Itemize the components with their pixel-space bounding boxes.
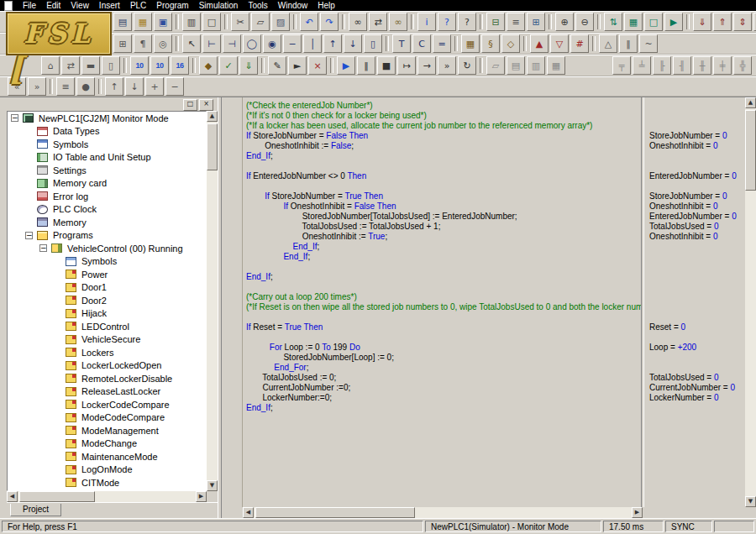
- scroll-right-icon[interactable]: ▶: [196, 491, 207, 502]
- run-mode-icon[interactable]: ▶: [664, 13, 683, 31]
- editor-horizontal-scrollbar[interactable]: ◀ ▶: [243, 507, 643, 518]
- partial-transfer-icon[interactable]: ⇓: [239, 56, 258, 75]
- workspace-dock-button[interactable]: □: [183, 99, 197, 111]
- tree-item-door1[interactable]: Door1: [8, 281, 206, 295]
- step-into-icon[interactable]: →: [417, 56, 436, 75]
- tree-item-vehiclesecure[interactable]: VehicleSecure: [8, 333, 206, 347]
- stop-simulation-icon[interactable]: ■: [377, 56, 396, 75]
- window-cascade-icon[interactable]: ▱: [486, 56, 505, 75]
- counter-icon[interactable]: C: [412, 34, 431, 53]
- data-trace-icon[interactable]: ~: [639, 34, 658, 53]
- scroll-track[interactable]: [207, 122, 218, 480]
- code-line-13[interactable]: TotalJobsUsed := TotalJobsUsed + 1;: [246, 222, 641, 232]
- rung-comment-icon[interactable]: ¶: [134, 34, 152, 53]
- code-line-22[interactable]: [246, 312, 641, 322]
- ladder-view-icon[interactable]: ⊟: [486, 13, 505, 31]
- code-line-8[interactable]: If EnteredJobNumber <> 0 Then: [246, 171, 641, 181]
- print-icon[interactable]: ▥: [182, 13, 201, 31]
- refresh-monitor-icon[interactable]: ◎: [154, 34, 172, 53]
- work-online-icon[interactable]: ⇅: [604, 13, 622, 31]
- code-line-30[interactable]: LockerNumber:=0;: [246, 393, 641, 403]
- menu-item-edit[interactable]: Edit: [41, 0, 66, 11]
- window-arrange-icon[interactable]: ▦: [547, 56, 565, 75]
- code-line-7[interactable]: [246, 161, 641, 171]
- transfer-to-plc-icon[interactable]: ⇓: [693, 13, 711, 31]
- scan-run-icon[interactable]: ↻: [458, 56, 476, 75]
- menu-item-view[interactable]: View: [66, 0, 94, 11]
- tree-item-vehiclecontrol-00-running[interactable]: −VehicleControl (00) Running: [8, 242, 206, 255]
- falling-pulse-icon[interactable]: ↓: [344, 34, 362, 53]
- scroll-thumb[interactable]: [745, 110, 756, 191]
- tree-item-memory-card[interactable]: Memory card: [8, 177, 206, 191]
- menu-item-plc[interactable]: PLC: [125, 0, 151, 11]
- delete-row-icon[interactable]: −: [165, 77, 184, 96]
- code-line-16[interactable]: End_If;: [246, 252, 641, 262]
- editor-vertical-scrollbar[interactable]: ▲ ▼: [745, 97, 756, 507]
- set-value-icon[interactable]: #: [570, 34, 589, 53]
- code-line-12[interactable]: StoredJobNumber[TotalJobsUsed] := Entere…: [246, 212, 641, 222]
- tree-item-maintenancemode[interactable]: MaintenanceMode: [8, 450, 206, 463]
- scroll-track[interactable]: [254, 507, 632, 518]
- compare-with-plc-icon[interactable]: ⇕: [733, 13, 752, 31]
- vertical-link-icon[interactable]: │: [303, 34, 322, 53]
- open-file-icon[interactable]: ▦: [134, 13, 152, 31]
- insert-row-icon[interactable]: +: [145, 77, 164, 96]
- split-vertical-icon[interactable]: ╪: [713, 56, 732, 75]
- st-block-icon[interactable]: §: [481, 34, 500, 53]
- tree-item-modecodecompare[interactable]: ModeCodeCompare: [8, 411, 206, 425]
- rising-pulse-icon[interactable]: ↑: [323, 34, 342, 53]
- program-check-icon[interactable]: ✓: [219, 56, 238, 75]
- code-line-26[interactable]: StoredJobNumber[Loop] := 0;: [246, 353, 641, 363]
- send-changes-icon[interactable]: ►: [288, 56, 307, 75]
- context-help-icon[interactable]: ?: [458, 13, 476, 31]
- tree-item-symbols[interactable]: Symbols: [8, 255, 206, 269]
- print-preview-icon[interactable]: □: [202, 13, 221, 31]
- go-down-icon[interactable]: ↓: [125, 77, 144, 96]
- split-top-icon[interactable]: ╤: [612, 56, 631, 75]
- display-decimal-button[interactable]: 10: [150, 56, 169, 75]
- window-tile-horizontal-icon[interactable]: ▤: [507, 56, 525, 75]
- save-icon[interactable]: ▣: [154, 13, 172, 31]
- function-block-icon[interactable]: ▦: [461, 34, 480, 53]
- scroll-track[interactable]: [745, 108, 756, 496]
- monitor-mode-icon[interactable]: ▦: [624, 13, 643, 31]
- sfc-icon[interactable]: ◇: [501, 34, 520, 53]
- tree-item-door2[interactable]: Door2: [8, 294, 206, 307]
- code-line-20[interactable]: (*Carry out a loop 200 times*): [246, 292, 641, 302]
- coil-icon[interactable]: ◯: [243, 34, 261, 53]
- code-line-10[interactable]: If StoreJobNumber = True Then: [246, 191, 641, 202]
- menu-item-help[interactable]: Help: [312, 0, 340, 11]
- search-project-icon[interactable]: ∞: [389, 13, 407, 31]
- code-line-6[interactable]: End_If;: [246, 151, 641, 161]
- scroll-down-icon[interactable]: ▼: [207, 480, 218, 491]
- continuous-step-icon[interactable]: »: [438, 56, 456, 75]
- tree-item-lockercodecompare[interactable]: LockerCodeCompare: [8, 398, 206, 411]
- split-grid-icon[interactable]: ╬: [733, 56, 752, 75]
- tree-item-lockerlockedopen[interactable]: LockerLockedOpen: [8, 359, 206, 373]
- online-edit-icon[interactable]: ✎: [268, 56, 286, 75]
- contact-no-icon[interactable]: ⊢: [202, 34, 221, 53]
- differential-monitor-icon[interactable]: △: [599, 34, 617, 53]
- code-line-5[interactable]: OneshotInhibit := False;: [246, 141, 641, 151]
- code-area[interactable]: (*Check the enteredJob Number*)(*If it's…: [243, 97, 641, 507]
- transfer-from-plc-icon[interactable]: ⇑: [713, 13, 732, 31]
- new-file-icon[interactable]: ▤: [113, 13, 132, 31]
- code-line-18[interactable]: End_If;: [246, 272, 641, 282]
- tab-project[interactable]: Project: [10, 504, 61, 516]
- workspace-close-button[interactable]: ×: [199, 99, 213, 111]
- code-line-14[interactable]: OneshotInhibit := True;: [246, 232, 641, 242]
- tree-item-ledcontrol[interactable]: LEDControl: [8, 320, 206, 333]
- scroll-thumb[interactable]: [207, 123, 218, 170]
- tree-item-modechange[interactable]: ModeChange: [8, 437, 206, 451]
- cut-icon[interactable]: ✂: [231, 13, 249, 31]
- scroll-right-icon[interactable]: ▶: [632, 507, 643, 518]
- set-original-icon[interactable]: ◆: [199, 56, 218, 75]
- code-line-28[interactable]: TotalJobsUsed := 0;: [246, 373, 641, 383]
- tree-item-memory[interactable]: Memory: [8, 216, 206, 229]
- tree-item-citmode[interactable]: CITMode: [8, 476, 206, 490]
- code-line-24[interactable]: [246, 332, 641, 343]
- display-binary-button[interactable]: 10: [130, 56, 149, 75]
- tree-item-modemanagement[interactable]: ModeManagement: [8, 424, 206, 437]
- tree-item-io-table-and-unit-setup[interactable]: IO Table and Unit Setup: [8, 151, 206, 165]
- tree-item-remotelockerdisable[interactable]: RemoteLockerDisable: [8, 372, 206, 385]
